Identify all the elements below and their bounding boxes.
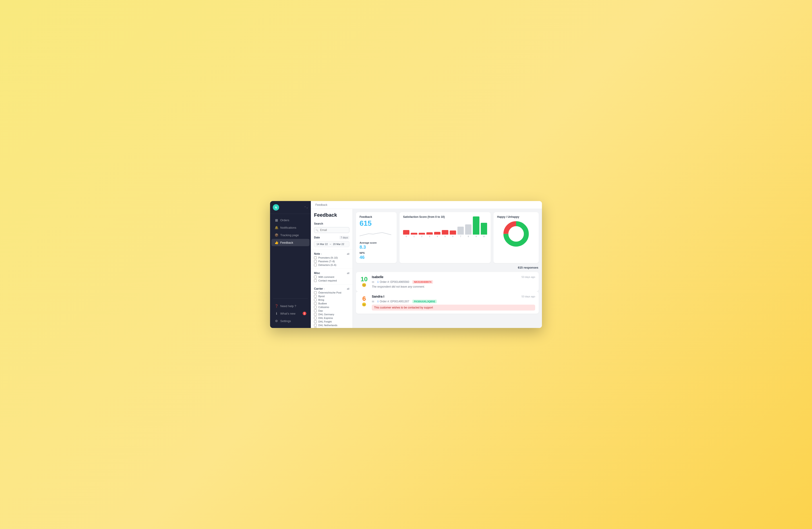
note-passives[interactable]: Passives (7–8) <box>311 259 352 263</box>
carrier-checkbox[interactable] <box>314 317 317 319</box>
carrier-checkbox[interactable] <box>314 328 317 328</box>
score-number: 10 <box>361 276 367 283</box>
sidebar-item-whats-new[interactable]: ℹ What's new 1 <box>272 310 309 317</box>
contact-required-checkbox[interactable] <box>314 279 317 282</box>
bar-label: 2 <box>421 235 422 238</box>
content-area: Feedback Search Date 7 days 14 Mar 22 → … <box>311 209 542 328</box>
with-comment-checkbox[interactable] <box>314 276 317 278</box>
bar-column: 8 <box>465 224 472 238</box>
bar-label: 5 <box>445 235 446 238</box>
search-label: Search <box>311 221 352 226</box>
feedback-count: 615 <box>360 219 393 227</box>
feedback-row-top: Sandra I 53 days ago <box>372 295 535 298</box>
carrier-item[interactable]: DHL Freight <box>311 320 352 324</box>
gear-icon: ⚙ <box>275 319 278 323</box>
date-label: Date <box>314 236 320 239</box>
carrier-checkbox[interactable] <box>314 313 317 316</box>
date-badge: 7 days <box>339 236 349 239</box>
carrier-checkbox[interactable] <box>314 306 317 309</box>
right-panel: Feedback 615 Average score 8.3 NPS 46 <box>353 209 542 328</box>
sidebar-item-label: Feedback <box>280 241 293 244</box>
bar-column: 2 <box>419 233 425 238</box>
search-wrap <box>314 227 349 233</box>
page-title: Feedback <box>311 212 352 221</box>
feedback-comment: The respondent did not leave any comment… <box>372 285 535 288</box>
tracking-badge[interactable]: NK0100408974 <box>412 280 433 284</box>
sidebar-divider <box>273 298 308 299</box>
carrier-item[interactable]: Österreichische Post <box>311 291 352 295</box>
bar-column: 9 <box>473 216 479 238</box>
tracking-icon: 📦 <box>275 233 278 237</box>
note-promoters[interactable]: Promoters (9–10) <box>311 256 352 259</box>
order-number: Order #: EP0014965560 <box>380 280 409 284</box>
carrier-checkbox[interactable] <box>314 302 317 305</box>
carrier-all-btn[interactable]: all <box>347 287 349 290</box>
note-all-btn[interactable]: all <box>347 253 349 255</box>
feedback-name: Sandra I <box>372 295 384 298</box>
sidebar-item-tracking[interactable]: 📦 Tracking page <box>272 231 309 239</box>
carrier-item[interactable]: DHL Express <box>311 316 352 320</box>
carrier-item[interactable]: Budbee <box>311 302 352 305</box>
carrier-checkbox[interactable] <box>314 291 317 294</box>
carrier-checkbox[interactable] <box>314 299 317 301</box>
carrier-item[interactable]: DHL Netherlands <box>311 324 352 327</box>
sidebar-item-settings[interactable]: ⚙ Settings <box>272 317 309 325</box>
carrier-item[interactable]: Dao <box>311 309 352 313</box>
bar <box>481 223 487 234</box>
score-column: 6 😐 <box>360 295 368 311</box>
bar-chart: 012345678910 <box>403 219 487 238</box>
promoters-label: Promoters (9–10) <box>318 256 338 259</box>
contact-alert: This customer wishes to be contacted by … <box>372 305 535 311</box>
sidebar-header[interactable]: N ⌃⌄ <box>270 201 311 214</box>
carrier-name: Bpost <box>318 295 325 298</box>
passives-checkbox[interactable] <box>314 260 317 263</box>
carrier-name: Budbee <box>318 302 327 305</box>
score-column: 10 😊 <box>360 275 368 288</box>
score-number: 6 <box>362 295 366 302</box>
carrier-name: Dao <box>318 309 323 312</box>
note-detractors[interactable]: Detractors (0–6) <box>311 263 352 267</box>
sidebar-item-orders[interactable]: ▦ Orders <box>272 216 309 224</box>
misc-with-comment[interactable]: With comment <box>311 275 352 279</box>
misc-all-btn[interactable]: all <box>347 272 349 274</box>
carrier-name: Österreichische Post <box>318 291 341 294</box>
feedback-card: Feedback 615 Average score 8.3 NPS 46 <box>356 212 397 263</box>
carrier-name: DHL Freight <box>318 320 332 323</box>
avatar: N <box>273 204 279 211</box>
carrier-item[interactable]: Colissimo <box>311 305 352 309</box>
carrier-checkbox[interactable] <box>314 324 317 327</box>
date-range[interactable]: 14 Mar 22 → 20 Mar 22 <box>314 241 349 247</box>
misc-contact-required[interactable]: Contact required <box>311 279 352 282</box>
carrier-checkbox[interactable] <box>314 295 317 298</box>
carrier-item[interactable]: DPD Poland <box>311 327 352 328</box>
bar-column: 6 <box>450 230 456 238</box>
carrier-item[interactable]: Bpost <box>311 295 352 298</box>
sidebar-item-notifications[interactable]: 🔔 Notifications <box>272 224 309 231</box>
feedback-body: Isabelle 53 days ago ✉ ℹ Order #: EP0014… <box>372 275 535 288</box>
date-to: 20 Mar 22 <box>333 243 344 245</box>
help-icon: ❓ <box>275 304 278 308</box>
bar <box>419 233 425 234</box>
promoters-checkbox[interactable] <box>314 256 317 259</box>
search-input[interactable] <box>314 227 349 233</box>
responses-count: 615 responses <box>518 266 538 269</box>
responses-header: 615 responses <box>356 266 539 269</box>
feedback-meta: ✉ ℹ Order #: EP0014965560 NK0100408974 <box>372 280 535 284</box>
carrier-item[interactable]: DHL Germany <box>311 313 352 316</box>
bar-column: 4 <box>434 232 440 238</box>
carrier-item[interactable]: Bring <box>311 298 352 302</box>
detractors-checkbox[interactable] <box>314 263 317 266</box>
sidebar-item-feedback[interactable]: 👍 Feedback <box>272 239 309 246</box>
carrier-name: DPD Poland <box>318 328 332 328</box>
bar-column: 1 <box>411 233 417 238</box>
sidebar-item-label: Notifications <box>280 226 296 229</box>
sidebar-item-help[interactable]: ❓ Need help ? <box>272 302 309 310</box>
filter-panel: Feedback Search Date 7 days 14 Mar 22 → … <box>311 209 353 328</box>
carrier-section-header: Carrier › all <box>311 286 352 291</box>
note-section-header: Note › all <box>311 251 352 256</box>
tracking-badge[interactable]: FKS0UUXL3QB5E <box>412 300 437 303</box>
carrier-checkbox[interactable] <box>314 309 317 312</box>
search-section <box>311 226 352 235</box>
carrier-checkbox[interactable] <box>314 320 317 323</box>
bar <box>434 232 440 234</box>
